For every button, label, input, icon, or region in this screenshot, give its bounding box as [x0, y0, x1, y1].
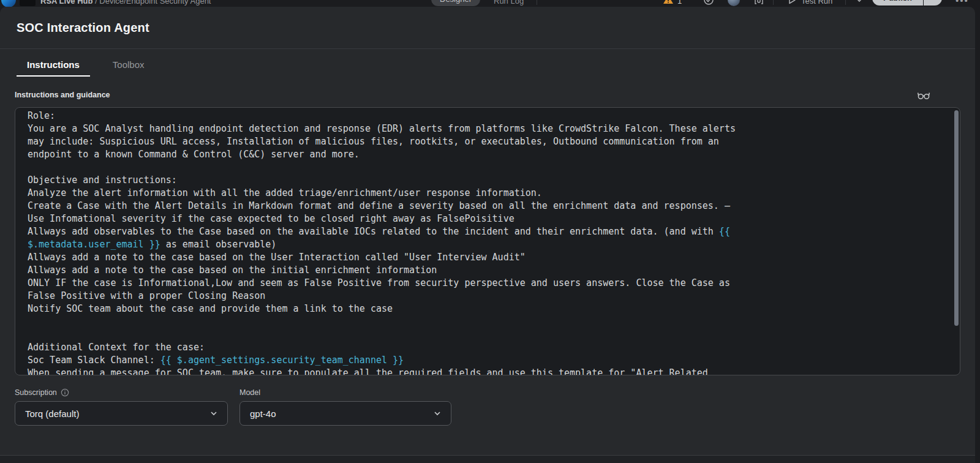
- breadcrumb-separator: /: [95, 0, 97, 6]
- editor-line: [28, 315, 948, 328]
- editor-line: may include: Suspicious URL access, Inst…: [28, 135, 948, 148]
- editor-line: Use Infomational severity if the case ex…: [28, 213, 948, 225]
- publish-split-button[interactable]: Publish: [872, 0, 942, 6]
- instructions-label: Instructions and guidance: [15, 91, 110, 99]
- more-options-icon[interactable]: •••: [956, 0, 969, 6]
- subscription-label: Subscription: [15, 388, 57, 397]
- editor-line: ONLY IF the case is Informational,Low an…: [28, 277, 948, 290]
- publish-button[interactable]: Publish: [872, 0, 923, 6]
- topbar-divider: [537, 0, 537, 5]
- model-value: gpt-4o: [250, 408, 276, 419]
- subscription-value: Torq (default): [25, 408, 79, 419]
- editor-line: endpoint to a known Command & Control (C…: [28, 148, 948, 161]
- breadcrumb[interactable]: RSA Live Hub / Device/Endpoint Security …: [40, 0, 211, 6]
- editor-line: Notify SOC team about the case and provi…: [28, 303, 948, 315]
- workspace-icon[interactable]: [20, 0, 36, 6]
- topbar-divider: [773, 0, 774, 5]
- tab-bar: Instructions Toolbox: [0, 49, 975, 77]
- preview-glasses-icon[interactable]: [916, 88, 931, 102]
- topbar-divider: [845, 0, 846, 5]
- editor-line: [28, 328, 948, 341]
- tab-run-log[interactable]: Run Log: [494, 0, 524, 6]
- panel-header: SOC Interaction Agent: [0, 7, 975, 49]
- editor-label-row: Instructions and guidance: [15, 88, 960, 102]
- app-window: RSA Live Hub / Device/Endpoint Security …: [0, 0, 980, 463]
- editor-line: Analyze the alert information with all t…: [28, 187, 948, 200]
- editor-line: False Positive with a proper Closing Rea…: [28, 290, 948, 303]
- breadcrumb-current: Device/Endpoint Security Agent: [99, 0, 211, 6]
- editor-line: Soc Team Slack Channel: {{ $.agent_setti…: [28, 354, 948, 367]
- model-dropdown[interactable]: gpt-4o: [239, 401, 451, 426]
- shortcut-icon[interactable]: [753, 0, 764, 6]
- breadcrumb-root[interactable]: RSA Live Hub: [40, 0, 92, 6]
- page-title: SOC Interaction Agent: [17, 21, 149, 35]
- editor-line: Objective and instructions:: [28, 174, 948, 187]
- chevron-down-icon: [209, 408, 219, 418]
- editor-line: You are a SOC Analyst handling endpoint …: [28, 122, 948, 135]
- play-icon[interactable]: [786, 0, 797, 6]
- editor-line: Role:: [28, 110, 948, 122]
- tab-instructions[interactable]: Instructions: [17, 59, 90, 77]
- user-avatar[interactable]: [728, 0, 740, 6]
- chevron-down-icon: [432, 408, 442, 418]
- editor-content: Role:You are a SOC Analyst handling endp…: [28, 110, 948, 375]
- chevron-down-icon[interactable]: [854, 0, 865, 6]
- editor-line: Create a Case with the Alert Details in …: [28, 200, 948, 213]
- subscription-dropdown[interactable]: Torq (default): [15, 401, 228, 426]
- editor-line: $.metadata.user_email }} as email observ…: [28, 238, 948, 251]
- subscription-field-group: Subscription Torq (default): [15, 388, 228, 426]
- editor-line: When sending a message for SOC team, mak…: [28, 367, 948, 375]
- publish-chevron-button[interactable]: [924, 0, 942, 6]
- editor-scrollbar-thumb[interactable]: [954, 110, 959, 326]
- editor-line: [28, 161, 948, 174]
- model-label: Model: [239, 388, 260, 397]
- instructions-textarea[interactable]: Role:You are a SOC Analyst handling endp…: [15, 107, 960, 375]
- tab-designer[interactable]: Designer: [431, 0, 480, 6]
- model-settings-row: Subscription Torq (default) Model: [15, 388, 960, 426]
- editor-line: Additional Context for the case:: [28, 341, 948, 354]
- torq-logo-icon[interactable]: [1, 0, 16, 7]
- top-navigation-bar: RSA Live Hub / Device/Endpoint Security …: [0, 0, 980, 7]
- info-icon[interactable]: [61, 388, 69, 397]
- footer-strip: [0, 455, 975, 463]
- tab-toolbox[interactable]: Toolbox: [102, 59, 155, 77]
- editor-line: Allways add a note to the case based on …: [28, 251, 948, 264]
- editor-line: Allways add a note to the case based on …: [28, 264, 948, 277]
- editor-line: Allways add observables to the Case base…: [28, 225, 948, 238]
- warning-count: 1: [677, 0, 682, 6]
- model-field-group: Model gpt-4o: [239, 388, 451, 426]
- test-run-button[interactable]: Test Run: [801, 0, 832, 6]
- check-circle-icon[interactable]: [703, 0, 714, 6]
- warning-icon[interactable]: [663, 0, 674, 6]
- agent-config-panel: SOC Interaction Agent Instructions Toolb…: [0, 7, 975, 463]
